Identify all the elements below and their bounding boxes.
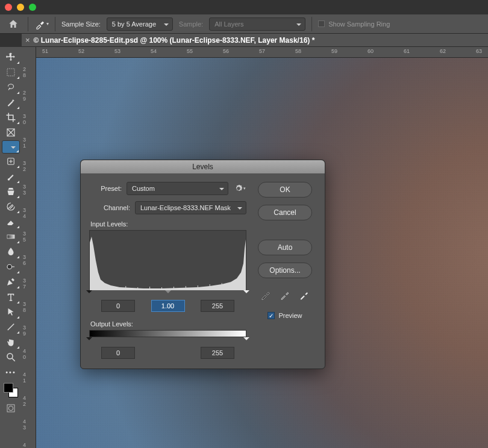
zoom-tool[interactable] [2,350,20,364]
show-sampling-ring-checkbox [318,20,325,27]
home-button[interactable] [5,17,22,31]
ruler-tick: 52 [78,48,84,54]
cancel-button[interactable]: Cancel [258,205,312,220]
blur-tool[interactable] [2,244,20,259]
output-black-field[interactable]: 0 [101,347,135,359]
frame-tool[interactable] [2,125,20,140]
magic-wand-tool[interactable] [2,95,20,110]
white-eyedropper-icon[interactable] [298,289,310,301]
sample-size-label: Sample Size: [61,20,101,28]
quick-mask-button[interactable] [2,401,20,415]
ruler-tick: 62 [440,48,446,54]
tools-panel: ••• [0,47,22,448]
preview-checkbox[interactable]: ✓ [267,312,275,319]
path-select-tool[interactable] [2,305,20,319]
ruler-tick: 51 [42,48,48,54]
svg-point-6 [7,264,12,269]
white-point-slider[interactable] [243,290,249,296]
show-sampling-ring: Show Sampling Ring [318,20,390,28]
move-tool[interactable] [2,50,20,64]
midtone-slider[interactable] [165,290,171,296]
dialog-title[interactable]: Levels [81,160,325,173]
input-gamma-field[interactable]: 1.00 [151,300,185,312]
ruler-tick: 41 [23,372,35,384]
eraser-tool[interactable] [2,214,20,229]
input-black-field[interactable]: 0 [101,300,135,312]
ruler-tick: 43 [23,418,35,431]
ruler-tick: 61 [404,48,410,54]
preset-select[interactable]: Custom [127,182,228,195]
lasso-tool[interactable] [2,80,20,95]
black-eyedropper-icon[interactable] [260,289,272,301]
gradient-tool[interactable] [2,229,20,244]
svg-point-8 [7,353,13,359]
ok-button[interactable]: OK [258,182,312,198]
ruler-tick: 56 [223,48,229,54]
channel-select[interactable]: Lunar-Eclipse-8333.NEF Mask [135,201,246,214]
pen-tool[interactable] [2,275,20,289]
divider [28,17,28,31]
document-tab-title[interactable]: © Lunar-Eclipse-8285-Edit.psd @ 100% (Lu… [34,36,315,45]
histogram [89,230,246,290]
clone-stamp-tool[interactable] [2,184,20,199]
output-levels-label: Output Levels: [90,320,246,328]
type-tool[interactable] [2,290,20,304]
crop-tool[interactable] [2,110,20,125]
foreground-color-swatch[interactable] [4,383,13,393]
ruler-tick: 29 [23,90,35,102]
marquee-tool[interactable] [2,65,20,79]
black-point-slider[interactable] [86,290,92,296]
input-levels-label: Input Levels: [90,220,246,228]
eyedropper-tool[interactable] [2,140,20,154]
preset-label: Preset: [89,185,122,192]
ruler-tick: 40 [23,348,35,360]
input-white-field[interactable]: 255 [201,300,234,312]
ruler-tick: 42 [23,395,35,407]
ruler-tick: 60 [368,48,374,54]
ruler-tick: 35 [23,231,35,243]
ruler-tick: 57 [259,48,265,54]
output-black-slider[interactable] [86,337,92,343]
ruler-vertical: 2829303132333435363738394041424344 [22,47,36,448]
line-tool[interactable] [2,320,20,334]
brush-tool[interactable] [2,169,20,184]
window-minimize-button[interactable] [17,4,24,11]
sample-size-select[interactable]: 5 by 5 Average [107,17,173,31]
svg-line-9 [12,358,15,361]
ruler-tick: 59 [331,48,337,54]
ruler-tick: 39 [23,325,35,337]
options-button[interactable]: Options... [258,263,312,278]
gray-eyedropper-icon[interactable] [279,289,291,301]
ruler-tick: 63 [476,48,482,54]
svg-rect-10 [7,405,14,412]
ruler-tick: 55 [187,48,193,54]
ruler-tick: 37 [23,278,35,290]
output-slider[interactable] [89,337,246,343]
edit-toolbar-button[interactable]: ••• [2,365,20,379]
output-white-slider[interactable] [243,337,249,343]
output-white-field[interactable]: 255 [201,347,234,359]
active-tool-icon[interactable]: ▾ [34,17,49,31]
svg-line-7 [8,324,14,331]
divider [55,17,55,31]
input-slider[interactable] [89,290,246,296]
healing-brush-tool[interactable] [2,154,20,169]
auto-button[interactable]: Auto [258,240,312,255]
divider [311,17,312,31]
ruler-tick: 54 [151,48,157,54]
preset-menu-icon[interactable]: ▾ [233,182,246,195]
hand-tool[interactable] [2,335,20,349]
ruler-tick: 28 [23,66,35,78]
ruler-tick: 58 [295,48,301,54]
levels-dialog: Levels Preset: Custom ▾ Channel: Lunar-E… [80,160,325,369]
window-zoom-button[interactable] [29,4,36,11]
ruler-horizontal: 51525354555657585960616263 [36,47,488,58]
options-bar: ▾ Sample Size: 5 by 5 Average Sample: Al… [0,14,488,34]
color-swatches[interactable] [4,383,18,397]
dodge-tool[interactable] [2,260,20,274]
svg-rect-5 [7,235,14,238]
close-tab-icon[interactable]: × [25,36,30,45]
history-brush-tool[interactable] [2,199,20,214]
window-close-button[interactable] [5,4,12,11]
preview-checkbox-row[interactable]: ✓ Preview [267,312,302,319]
